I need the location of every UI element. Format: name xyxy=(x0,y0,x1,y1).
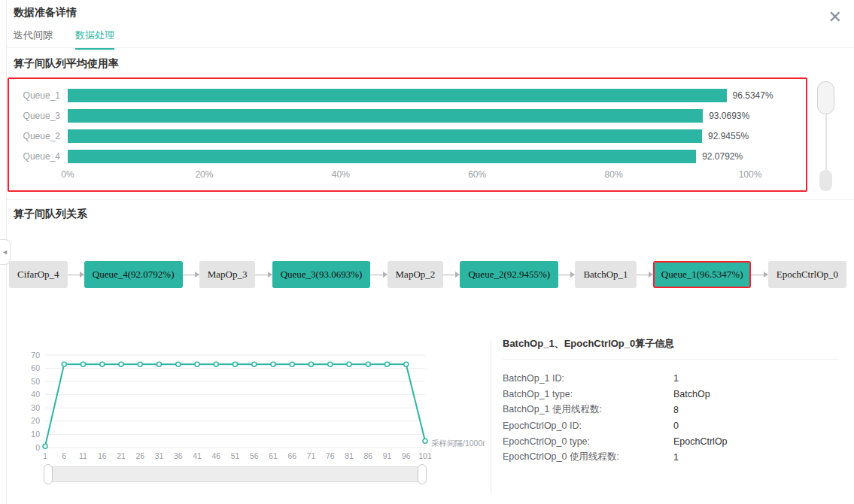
bar-track: 92.0792% xyxy=(68,150,750,163)
data-point xyxy=(423,439,427,443)
vslider-bottom-handle[interactable] xyxy=(819,170,832,191)
data-point xyxy=(157,362,162,366)
x-axis-tick: 61 xyxy=(269,451,278,460)
flow-node-Queue_4(92.0792%)[interactable]: Queue_4(92.0792%) xyxy=(84,261,183,288)
arrow-shaft xyxy=(637,275,649,275)
flow-arrow xyxy=(637,272,653,278)
y-axis-tick: 40 xyxy=(31,390,40,399)
bar-track: 92.9455% xyxy=(68,129,750,143)
hslider-left-handle[interactable] xyxy=(44,464,53,484)
bar-value-label: 93.0693% xyxy=(709,109,749,123)
horizontal-datazoom-slider xyxy=(44,464,427,484)
tab-0[interactable]: 迭代间隙 xyxy=(14,29,53,50)
tab-bar: 迭代间隙数据处理 xyxy=(14,29,114,50)
y-axis-tick: 70 xyxy=(31,351,40,360)
info-value: 1 xyxy=(673,452,679,463)
data-point xyxy=(347,362,351,366)
tab-1[interactable]: 数据处理 xyxy=(75,29,114,50)
arrow-shaft xyxy=(255,275,267,275)
y-axis-tick: 50 xyxy=(31,377,40,386)
y-axis-tick: 30 xyxy=(31,403,40,412)
axis-spacer xyxy=(17,166,68,183)
data-point xyxy=(195,362,199,366)
data-point xyxy=(385,362,390,366)
flow-node-CifarOp_4[interactable]: CifarOp_4 xyxy=(9,261,68,288)
flow-node-EpochCtrlOp_0[interactable]: EpochCtrlOp_0 xyxy=(768,261,846,288)
info-row: BatchOp_1 ID:1 xyxy=(503,370,839,386)
x-axis-tick: 31 xyxy=(155,451,164,460)
x-axis-tick: 16 xyxy=(98,451,107,460)
x-axis-tick: 60% xyxy=(468,169,486,180)
close-icon[interactable]: ✕ xyxy=(828,9,842,26)
data-point xyxy=(62,362,66,366)
vslider-top-handle[interactable] xyxy=(817,81,834,114)
info-row: BatchOp_1 使用线程数:8 xyxy=(503,402,839,417)
bar-row: Queue_492.0792% xyxy=(17,146,800,166)
data-point xyxy=(366,362,370,366)
data-point xyxy=(404,362,409,366)
info-label: EpochCtrlOp_0 使用线程数: xyxy=(503,451,673,463)
bar-chart: Queue_196.5347%Queue_393.0693%Queue_292.… xyxy=(17,85,800,166)
bar-category-label: Queue_4 xyxy=(17,151,60,162)
bar-value-label: 92.0792% xyxy=(702,150,743,163)
data-point xyxy=(252,362,257,366)
bar[interactable] xyxy=(68,129,702,143)
data-point xyxy=(176,362,181,366)
x-axis-tick: 96 xyxy=(402,451,411,460)
info-row: EpochCtrlOp_0 使用线程数:1 xyxy=(503,449,839,465)
info-label: EpochCtrlOp_0 type: xyxy=(503,436,673,447)
data-point xyxy=(119,362,123,366)
flow-node-BatchOp_1[interactable]: BatchOp_1 xyxy=(575,261,636,288)
flow-node-Queue_1(96.5347%)[interactable]: Queue_1(96.5347%) xyxy=(653,261,752,288)
arrow-shaft xyxy=(183,275,195,275)
data-point xyxy=(81,362,86,366)
tabs-divider xyxy=(7,47,854,48)
x-axis-tick: 76 xyxy=(326,451,335,460)
flow-arrow xyxy=(370,272,387,278)
flow-node-Queue_2(92.9455%)[interactable]: Queue_2(92.9455%) xyxy=(460,261,558,288)
operator-info-panel: BatchOp_1、EpochCtrlOp_0算子信息 BatchOp_1 ID… xyxy=(503,337,839,465)
queue-usage-chart-highlight: Queue_196.5347%Queue_393.0693%Queue_292.… xyxy=(8,77,807,192)
x-axis-tick: 66 xyxy=(287,451,296,460)
section-divider xyxy=(7,199,854,200)
bar-row: Queue_196.5347% xyxy=(17,85,800,105)
x-axis-tick: 51 xyxy=(231,451,240,460)
x-axis-tick: 0% xyxy=(61,169,74,180)
flow-node-MapOp_3[interactable]: MapOp_3 xyxy=(199,261,256,288)
info-value: 8 xyxy=(673,405,679,415)
x-axis-tick: 11 xyxy=(79,451,87,460)
data-point xyxy=(309,362,314,366)
info-value: EpochCtrlOp xyxy=(673,436,728,447)
bar-track: 96.5347% xyxy=(68,89,750,102)
operator-queue-flow-diagram: CifarOp_4Queue_4(92.0792%)MapOp_3Queue_3… xyxy=(9,261,846,288)
x-axis-tick: 71 xyxy=(307,451,316,460)
flow-node-MapOp_2[interactable]: MapOp_2 xyxy=(387,261,444,288)
bar[interactable] xyxy=(68,109,703,123)
x-axis-tick: 20% xyxy=(195,169,213,180)
data-preparation-dialog: 数据准备详情 ✕ 迭代间隙数据处理 算子间队列平均使用率 Queue_196.5… xyxy=(0,0,854,504)
x-axis-tick: 91 xyxy=(383,451,392,460)
x-axis-tick: 1 xyxy=(43,451,47,460)
bar[interactable] xyxy=(68,150,696,163)
hslider-track[interactable] xyxy=(48,466,422,482)
x-axis-tick: 101 xyxy=(418,451,432,460)
y-axis-tick: 0 xyxy=(35,443,40,452)
bar[interactable] xyxy=(68,89,727,102)
info-label: EpochCtrlOp_0 ID: xyxy=(503,421,673,431)
bar-value-label: 96.5347% xyxy=(733,89,773,102)
bar-value-label: 92.9455% xyxy=(708,129,749,143)
hslider-right-handle[interactable] xyxy=(418,464,427,484)
arrow-head-icon xyxy=(649,272,653,278)
data-point xyxy=(328,362,333,366)
info-label: BatchOp_1 使用线程数: xyxy=(503,403,673,416)
x-axis-tick: 36 xyxy=(174,451,183,460)
arrow-head-icon xyxy=(80,272,84,278)
data-point xyxy=(214,362,218,366)
x-axis-tick: 26 xyxy=(135,451,144,460)
flow-node-Queue_3(93.0693%)[interactable]: Queue_3(93.0693%) xyxy=(272,261,371,288)
x-axis-tick: 46 xyxy=(211,451,220,460)
x-axis-tick: 40% xyxy=(332,169,350,180)
bar-x-axis: 0%20%40%60%80%100% xyxy=(17,166,800,183)
info-row: EpochCtrlOp_0 ID:0 xyxy=(503,417,839,433)
bar-row: Queue_393.0693% xyxy=(17,105,800,126)
